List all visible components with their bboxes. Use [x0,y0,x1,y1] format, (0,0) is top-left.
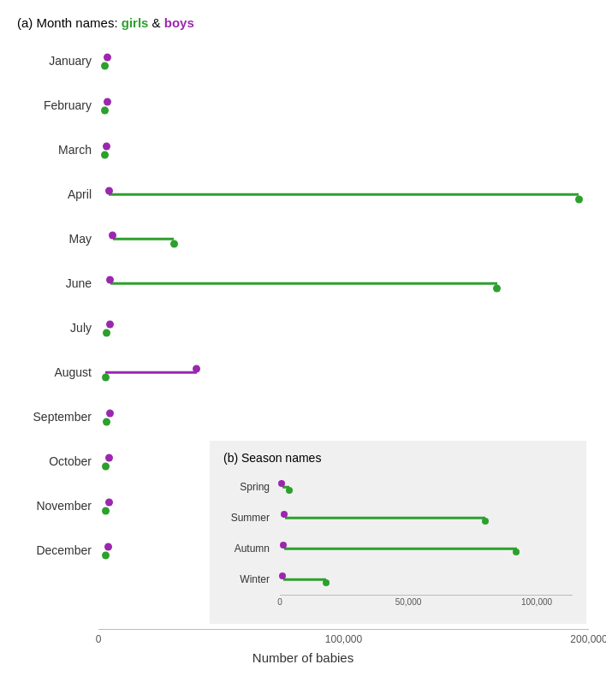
month-label: May [17,232,98,246]
x-axis-title: Number of babies [17,650,589,665]
inset-bar-area [275,472,573,502]
dumbbell-line [105,371,196,374]
boys-dot [104,53,111,61]
season-row: Winter [223,564,573,595]
bar-area [98,128,589,172]
girls-dot [102,552,110,560]
month-label: August [17,365,98,379]
bar-area [98,350,589,394]
season-row: Spring [223,472,573,502]
x-axis-label: 200,000 [570,633,606,645]
bar-area [98,172,589,217]
inset-x-label: 100,000 [521,597,552,607]
inset-girls-dot [513,549,520,555]
x-axis-labels: 0100,000200,000 [98,633,589,649]
month-row: July [17,306,589,350]
chart-title: (a) Month names: girls & boys [17,15,589,30]
month-label: September [17,410,98,424]
boys-dot [103,142,110,150]
season-row: Autumn [223,533,573,564]
inset-dumbbell-line [283,578,326,581]
month-row: May [17,217,589,261]
inset-bar-area [275,564,573,595]
boys-dot [106,276,114,283]
boys-dot [106,320,114,328]
boys-dot [193,365,200,372]
month-row: September [17,394,589,439]
inset-x-label: 50,000 [395,597,422,607]
chart-container: (a) Month names: girls & boys JanuaryFeb… [0,0,606,700]
boys-dot [109,231,116,239]
girls-dot [101,62,109,70]
dumbbell-line [109,193,579,196]
month-row: April [17,172,589,217]
boys-dot [105,187,113,194]
bar-area [98,217,589,261]
girls-label: girls [122,15,149,30]
girls-dot [102,463,110,471]
month-row: March [17,128,589,172]
x-axis-label: 100,000 [325,633,362,645]
season-row: Summer [223,502,573,533]
inset-girls-dot [482,518,489,525]
month-row: January [17,39,589,83]
inset-boys-dot [278,480,285,487]
inset-boys-dot [281,511,288,518]
girls-dot [101,107,109,115]
boys-dot [104,543,112,550]
season-label: Summer [223,512,275,524]
month-label: December [17,543,98,557]
season-label: Autumn [223,543,275,555]
month-label: July [17,321,98,335]
month-label: January [17,54,98,68]
inset-dumbbell-line [285,517,486,519]
season-label: Winter [223,573,275,585]
boys-dot [105,454,113,461]
boys-dot [106,409,114,417]
dumbbell-line [110,282,497,285]
boys-dot [105,498,113,506]
season-label: Spring [223,481,275,493]
girls-dot [101,151,109,159]
inset-x-label: 0 [277,597,282,607]
girls-dot [103,418,110,426]
title-prefix: (a) Month names: [17,15,122,30]
month-label: June [17,276,98,290]
inset-girls-dot [286,487,293,494]
girls-dot [493,285,501,293]
girls-dot [170,240,178,248]
girls-dot [103,329,110,337]
x-axis-label: 0 [96,633,102,645]
inset-bar-area [275,502,573,533]
inset-bar-area [275,533,573,564]
dumbbell-line [113,238,175,240]
girls-dot [102,374,110,382]
month-label: November [17,499,98,513]
inset-boys-dot [279,572,286,579]
bar-area [98,83,589,128]
title-separator: & [148,15,163,30]
bar-area [98,261,589,306]
month-row: August [17,350,589,394]
inset-chart: (b) Season namesSpringSummerAutumnWinter… [210,441,586,624]
month-row: February [17,83,589,128]
inset-dumbbell-line [284,548,517,550]
boys-dot [104,98,111,105]
bar-area [98,306,589,350]
girls-dot [102,507,110,515]
month-label: April [17,187,98,201]
inset-girls-dot [323,579,330,586]
month-label: February [17,98,98,112]
month-label: October [17,454,98,468]
inset-boys-dot [280,542,287,549]
bar-area [98,39,589,83]
inset-x-axis: 050,000100,000 [280,595,573,610]
boys-label: boys [164,15,194,30]
bar-area [98,394,589,439]
month-row: June [17,261,589,306]
girls-dot [575,196,583,204]
inset-chart-title: (b) Season names [223,451,573,465]
month-label: March [17,143,98,157]
